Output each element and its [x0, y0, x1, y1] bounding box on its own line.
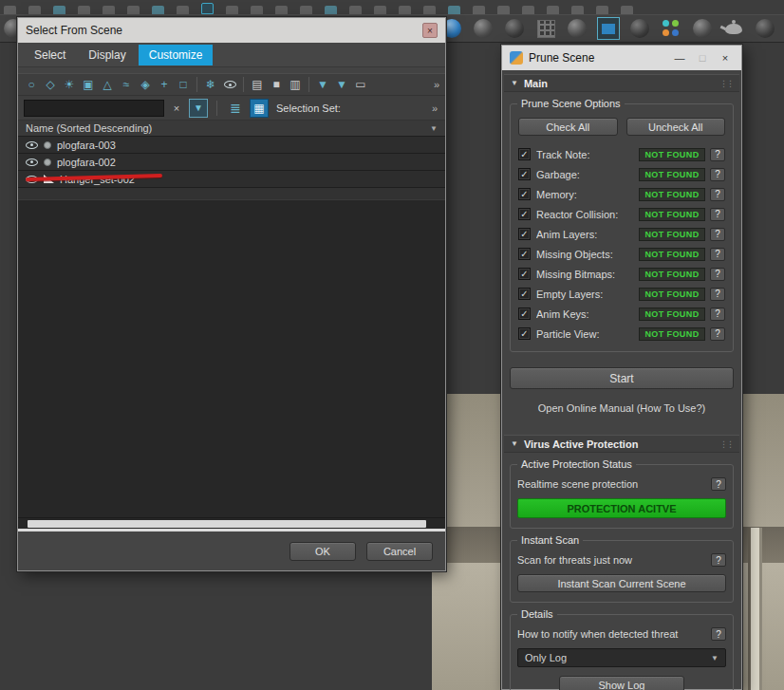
display-groups-icon[interactable]: ◈	[136, 75, 155, 94]
uncheck-all-button[interactable]: Uncheck All	[626, 118, 726, 136]
checkbox[interactable]: ✓	[518, 288, 531, 300]
toolbar-tool-icon[interactable]	[503, 17, 526, 40]
start-button[interactable]: Start	[510, 367, 734, 389]
display-helpers-icon[interactable]: △	[98, 75, 117, 94]
checkbox[interactable]: ✓	[518, 208, 531, 220]
color-swatch-icon[interactable]	[660, 17, 682, 40]
toolbar-icon[interactable]	[571, 6, 584, 14]
toolbar-tool-icon[interactable]	[472, 17, 495, 40]
toolbar-tool-icon[interactable]	[691, 17, 714, 40]
toolbar-icon[interactable]	[522, 6, 534, 14]
filter-icon[interactable]: ▼	[332, 75, 351, 94]
help-button[interactable]: ?	[710, 188, 725, 201]
toolbar-icon[interactable]	[78, 6, 90, 14]
display-bones-icon[interactable]: +	[155, 75, 174, 94]
thumb-view-icon[interactable]: ■	[267, 75, 286, 94]
search-input[interactable]	[24, 100, 164, 117]
render-teapot-icon[interactable]	[722, 17, 745, 40]
toolbar-icon[interactable]	[152, 6, 164, 14]
instant-scan-button[interactable]: Instant Scan Current Scene	[517, 574, 726, 592]
toolbar-icon[interactable]	[621, 6, 633, 14]
help-button[interactable]: ?	[711, 627, 726, 641]
toolbar-icon[interactable]	[127, 6, 140, 14]
clear-search-icon[interactable]: ×	[169, 101, 184, 116]
help-button[interactable]: ?	[710, 248, 725, 261]
checkbox[interactable]: ✓	[518, 228, 531, 240]
show-log-button[interactable]: Show Log	[559, 676, 684, 690]
menu-display[interactable]: Display	[78, 45, 136, 65]
toolbar-icon[interactable]	[423, 6, 436, 14]
help-button[interactable]: ?	[710, 308, 725, 321]
toolbar-icon[interactable]	[497, 6, 510, 14]
active-tool-icon[interactable]	[597, 17, 620, 40]
help-button[interactable]: ?	[711, 477, 726, 491]
combine-layers-icon[interactable]: ≣	[226, 101, 245, 116]
display-cameras-icon[interactable]: ▣	[79, 75, 98, 94]
visibility-eye-icon[interactable]	[26, 141, 38, 149]
toolbar-tool-icon[interactable]	[628, 17, 651, 40]
check-all-button[interactable]: Check All	[518, 118, 618, 136]
horizontal-scrollbar[interactable]	[18, 517, 445, 529]
checkbox[interactable]: ✓	[518, 308, 531, 320]
toolbar-icon[interactable]	[226, 6, 238, 14]
toolbar-icon[interactable]	[448, 6, 460, 14]
help-button[interactable]: ?	[710, 228, 725, 241]
search-filter-icon[interactable]: ▼	[189, 99, 208, 118]
help-button[interactable]: ?	[711, 553, 726, 567]
paste-selection-icon[interactable]: ▭	[351, 75, 370, 94]
list-view-icon[interactable]: ▤	[248, 75, 267, 94]
toolbar-icon[interactable]	[28, 6, 41, 14]
toolbar-icon[interactable]	[4, 6, 16, 14]
display-geometry-icon[interactable]: ○	[22, 75, 41, 94]
checkbox[interactable]: ✓	[518, 168, 531, 180]
toolbar-overflow-chevron[interactable]: »	[434, 79, 441, 90]
toolbar-icon[interactable]	[473, 6, 485, 14]
toolbar-tool-icon[interactable]	[754, 17, 776, 40]
prune-window-titlebar[interactable]: Prune Scene — □ ×	[502, 46, 741, 70]
rollout-virus-protection[interactable]: ▼ Virus Active Protection ⋮⋮	[504, 435, 739, 453]
ok-button[interactable]: OK	[289, 542, 356, 561]
list-item[interactable]: plogfara-002	[18, 154, 445, 171]
display-frozen-icon[interactable]: ❄	[201, 75, 220, 94]
display-hidden-icon[interactable]	[220, 75, 239, 94]
selection-set-icon[interactable]: ▦	[250, 99, 269, 118]
scrollbar-thumb[interactable]	[28, 520, 426, 528]
maximize-icon[interactable]: □	[694, 52, 711, 64]
display-shapes-icon[interactable]: ◇	[41, 75, 60, 94]
toolbar-icon[interactable]	[275, 6, 288, 14]
notify-mode-dropdown[interactable]: Only Log ▼	[517, 648, 726, 667]
rollout-main[interactable]: ▼ Main ⋮⋮	[504, 74, 739, 92]
menu-customize[interactable]: Customize	[139, 45, 214, 65]
toolbar-icon[interactable]	[53, 6, 65, 14]
toolbar-icon[interactable]	[251, 6, 263, 14]
checkbox[interactable]: ✓	[518, 327, 531, 340]
toolbar-icon[interactable]	[374, 6, 386, 14]
open-online-manual-link[interactable]: Open Online Manual (How To Use?)	[502, 402, 741, 414]
checkbox[interactable]: ✓	[518, 268, 531, 280]
help-button[interactable]: ?	[710, 148, 725, 161]
checkbox[interactable]: ✓	[518, 188, 531, 200]
clear-filter-icon[interactable]: ▼	[313, 75, 332, 94]
help-button[interactable]: ?	[710, 168, 725, 181]
detail-view-icon[interactable]: ▥	[286, 75, 305, 94]
list-column-header[interactable]: Name (Sorted Descending) ▼	[18, 121, 445, 137]
grid-tool-icon[interactable]	[534, 17, 557, 40]
close-icon[interactable]: ×	[717, 52, 734, 64]
toolbar-tool-icon[interactable]	[566, 17, 588, 40]
toolbar-icon[interactable]	[349, 6, 362, 14]
toolbar-icon[interactable]	[177, 6, 189, 14]
cancel-button[interactable]: Cancel	[366, 542, 433, 561]
display-spacewarps-icon[interactable]: ≈	[117, 75, 136, 94]
protection-active-button[interactable]: PROTECTION ACITVE	[517, 498, 726, 518]
help-button[interactable]: ?	[710, 288, 725, 301]
toolbar-icon[interactable]	[596, 6, 608, 14]
checkbox[interactable]: ✓	[518, 248, 531, 260]
column-filter-icon[interactable]: ▼	[430, 124, 438, 133]
toolbar-overflow-chevron[interactable]: »	[432, 103, 439, 114]
checkbox[interactable]: ✓	[518, 148, 531, 160]
list-item[interactable]: plogfara-003	[18, 137, 445, 154]
help-button[interactable]: ?	[710, 268, 725, 281]
display-containers-icon[interactable]: □	[174, 75, 193, 94]
toolbar-icon[interactable]	[399, 6, 411, 14]
minimize-icon[interactable]: —	[671, 52, 688, 64]
